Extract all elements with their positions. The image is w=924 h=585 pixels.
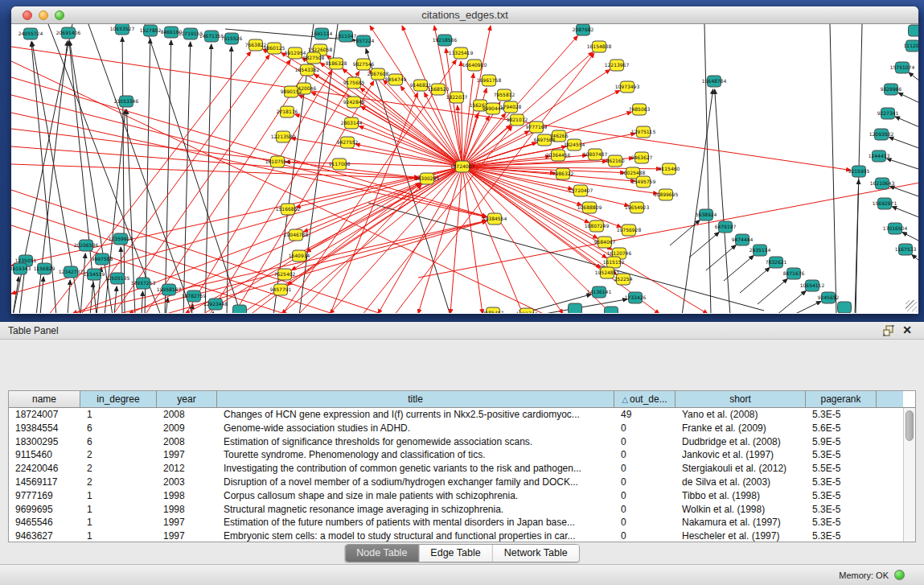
graph-edge[interactable] bbox=[122, 37, 125, 313]
table-cell[interactable]: 2003 bbox=[157, 476, 217, 489]
close-panel-icon[interactable]: ✕ bbox=[900, 324, 914, 337]
graph-edge[interactable] bbox=[792, 301, 821, 313]
table-cell[interactable]: Wolkin et al. (1998) bbox=[676, 503, 806, 517]
table-cell[interactable]: 5.3E-5 bbox=[806, 448, 877, 462]
graph-node[interactable] bbox=[233, 305, 247, 313]
table-cell[interactable]: Franke et al. (2009) bbox=[676, 422, 806, 435]
table-cell[interactable]: 6 bbox=[80, 435, 157, 449]
table-cell[interactable]: 1 bbox=[80, 516, 157, 529]
table-cell[interactable]: 1998 bbox=[157, 503, 217, 517]
table-row[interactable]: 1830029562008Estimation of significance … bbox=[9, 435, 915, 449]
graph-edge[interactable] bbox=[80, 253, 85, 313]
table-cell[interactable]: 2 bbox=[80, 476, 157, 489]
table-cell[interactable]: 5.3E-5 bbox=[806, 476, 877, 489]
graph-edge[interactable] bbox=[165, 40, 171, 313]
table-cell[interactable]: 1 bbox=[80, 529, 157, 542]
table-cell[interactable]: 9463627 bbox=[9, 529, 80, 542]
table-row[interactable]: 2242004622012Investigating the contribut… bbox=[9, 462, 915, 476]
graph-edge[interactable] bbox=[689, 232, 719, 257]
table-cell[interactable]: 18724007 bbox=[9, 408, 80, 422]
graph-edge[interactable] bbox=[912, 254, 918, 264]
table-cell[interactable] bbox=[877, 422, 903, 435]
graph-edge[interactable] bbox=[233, 81, 374, 313]
table-row[interactable]: 969969511998Structural magnetic resonanc… bbox=[9, 503, 915, 517]
tab-edge-table[interactable]: Edge Table bbox=[419, 545, 492, 562]
table-cell[interactable]: 0 bbox=[614, 503, 676, 517]
tab-node-table[interactable]: Node Table bbox=[345, 545, 419, 562]
table-cell[interactable]: 5.3E-5 bbox=[806, 529, 877, 542]
table-cell[interactable] bbox=[877, 435, 903, 449]
table-cell[interactable]: 5.3E-5 bbox=[806, 503, 877, 517]
table-cell[interactable]: 22420046 bbox=[9, 462, 80, 476]
table-cell[interactable]: 0 bbox=[614, 529, 676, 542]
table-cell[interactable] bbox=[877, 503, 903, 517]
table-cell[interactable]: 5.3E-5 bbox=[806, 489, 877, 503]
graph-node[interactable] bbox=[909, 25, 919, 36]
table-cell[interactable]: 0 bbox=[614, 516, 676, 529]
window-resize-grip[interactable] bbox=[906, 300, 917, 311]
table-cell[interactable]: 9699695 bbox=[9, 503, 80, 517]
graph-edge[interactable] bbox=[227, 47, 232, 313]
table-cell[interactable]: 0 bbox=[614, 476, 676, 489]
table-cell[interactable]: Dudbridge et al. (2008) bbox=[676, 435, 806, 449]
table-cell[interactable]: Tibbo et al. (1998) bbox=[676, 489, 806, 503]
graph-edge[interactable] bbox=[298, 184, 421, 313]
table-cell[interactable]: 6 bbox=[80, 422, 157, 435]
table-cell[interactable]: de Silva et al. (2003) bbox=[676, 476, 806, 489]
table-row[interactable]: 1938455462009Genome-wide association stu… bbox=[9, 422, 915, 435]
table-cell[interactable] bbox=[877, 462, 903, 476]
table-cell[interactable]: 5.5E-5 bbox=[806, 462, 877, 476]
graph-edge[interactable] bbox=[855, 179, 859, 313]
table-cell[interactable]: 9115460 bbox=[9, 448, 80, 462]
table-cell[interactable]: 9777169 bbox=[9, 489, 80, 503]
table-row[interactable]: 946554611997Estimation of the future num… bbox=[9, 516, 915, 529]
graph-node[interactable] bbox=[569, 303, 582, 313]
graph-edge[interactable] bbox=[142, 291, 143, 313]
table-cell[interactable]: 2008 bbox=[157, 435, 217, 449]
citation-network-graph[interactable]: 1872400724055724206914061065352715278028… bbox=[11, 24, 918, 313]
table-cell[interactable]: 49 bbox=[614, 408, 676, 422]
graph-edge[interactable] bbox=[11, 129, 419, 178]
table-cell[interactable]: Hescheler et al. (1997) bbox=[676, 529, 806, 542]
table-cell[interactable]: 0 bbox=[614, 422, 676, 435]
graph-edge[interactable] bbox=[898, 93, 918, 105]
column-header-name[interactable]: name bbox=[9, 391, 80, 407]
graph-edge[interactable] bbox=[11, 167, 462, 266]
graph-edge[interactable] bbox=[462, 113, 478, 167]
table-cell[interactable]: 2012 bbox=[157, 462, 217, 476]
table-cell[interactable]: Stergiakouli et al. (2012) bbox=[676, 462, 806, 476]
graph-edge[interactable] bbox=[462, 167, 598, 238]
column-header-title[interactable]: title bbox=[217, 391, 614, 407]
table-scrollbar[interactable] bbox=[903, 408, 915, 542]
table-cell[interactable]: Corpus callosum shape and size in male p… bbox=[217, 489, 614, 503]
table-row[interactable]: 977716911998Corpus callosum shape and si… bbox=[9, 489, 915, 503]
table-cell[interactable] bbox=[877, 476, 903, 489]
graph-edge[interactable] bbox=[462, 113, 506, 167]
table-row[interactable]: 1456911722003Disruption of a novel membe… bbox=[9, 476, 915, 489]
memory-status-indicator[interactable] bbox=[894, 570, 905, 580]
table-cell[interactable]: Estimation of the future numbers of pati… bbox=[217, 516, 614, 529]
table-cell[interactable]: 0 bbox=[614, 462, 676, 476]
graph-edge[interactable] bbox=[11, 164, 419, 179]
graph-edge[interactable] bbox=[704, 24, 711, 313]
graph-edge[interactable] bbox=[909, 72, 918, 84]
graph-edge[interactable] bbox=[311, 92, 462, 167]
graph-edge[interactable] bbox=[670, 220, 700, 245]
table-cell[interactable]: Jankovic et al. (1997) bbox=[676, 448, 806, 462]
table-cell[interactable]: 5.9E-5 bbox=[806, 435, 877, 449]
graph-edge[interactable] bbox=[889, 186, 918, 198]
graph-edge[interactable] bbox=[145, 39, 150, 313]
column-header-in_degree[interactable]: in_degree bbox=[80, 391, 157, 407]
table-cell[interactable]: Yano et al. (2008) bbox=[676, 408, 806, 422]
table-cell[interactable] bbox=[877, 529, 903, 542]
graph-edge[interactable] bbox=[68, 280, 70, 313]
graph-edge[interactable] bbox=[758, 278, 787, 304]
float-panel-icon[interactable] bbox=[882, 324, 897, 337]
graph-edge[interactable] bbox=[145, 24, 241, 313]
table-cell[interactable]: Structural magnetic resonance image aver… bbox=[217, 503, 614, 517]
scrollbar-thumb[interactable] bbox=[906, 410, 914, 441]
column-header-year[interactable]: year bbox=[157, 391, 217, 407]
graph-edge[interactable] bbox=[887, 159, 918, 171]
table-cell[interactable] bbox=[877, 489, 903, 503]
graph-edge[interactable] bbox=[418, 167, 462, 313]
